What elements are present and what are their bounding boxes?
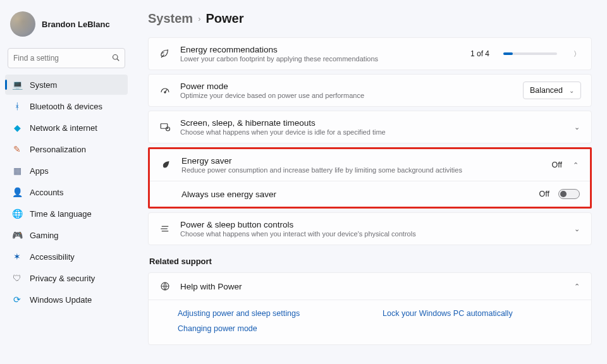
- breadcrumb-parent[interactable]: System: [148, 11, 193, 26]
- gauge-icon: [159, 84, 171, 97]
- search-input[interactable]: [13, 54, 112, 63]
- dropdown-value: Balanced: [530, 86, 563, 95]
- sidebar-item-system[interactable]: 💻System: [5, 75, 128, 95]
- user-block[interactable]: Brandon LeBlanc: [5, 8, 128, 46]
- globe-icon: [159, 280, 171, 293]
- breadcrumb: System › Power: [148, 11, 592, 26]
- link-adjust-power-sleep[interactable]: Adjusting power and sleep settings: [178, 309, 357, 318]
- help-links: Adjusting power and sleep settings Lock …: [149, 300, 591, 344]
- row-subtitle: Lower your carbon footprint by applying …: [180, 55, 462, 63]
- list-icon: [159, 222, 171, 235]
- link-lock-pc[interactable]: Lock your Windows PC automatically: [383, 309, 562, 318]
- row-title: Energy recommendations: [180, 45, 462, 54]
- row-power-mode[interactable]: Power mode Optimize your device based on…: [148, 74, 592, 107]
- chevron-down-icon: ⌄: [572, 123, 581, 131]
- sidebar-item-label: Accounts: [30, 188, 63, 197]
- chevron-right-icon: 〉: [572, 49, 581, 59]
- leaf-icon: [159, 47, 171, 60]
- row-title: Always use energy saver: [181, 190, 530, 199]
- chevron-up-icon: ⌃: [571, 161, 580, 169]
- sidebar-item-gaming[interactable]: 🎮Gaming: [5, 225, 128, 245]
- leaf-solid-icon: [160, 159, 173, 171]
- sidebar-item-accounts[interactable]: 👤Accounts: [5, 182, 128, 202]
- row-title: Power & sleep button controls: [180, 220, 563, 229]
- row-subtitle: Choose what happens when your device is …: [180, 128, 563, 136]
- chevron-up-icon: ⌃: [572, 282, 581, 291]
- sidebar-item-label: Personalization: [30, 145, 86, 154]
- row-title: Energy saver: [181, 156, 543, 166]
- sidebar-item-label: Apps: [30, 166, 49, 176]
- wifi-icon: ◆: [11, 122, 23, 133]
- breadcrumb-current: Power: [206, 11, 244, 26]
- chevron-down-icon: ⌄: [572, 225, 581, 233]
- row-button-controls[interactable]: Power & sleep button controls Choose wha…: [148, 212, 592, 245]
- bluetooth-icon: ᚼ: [11, 100, 23, 112]
- breadcrumb-sep: ›: [198, 14, 200, 23]
- progress-bar: [503, 52, 557, 55]
- row-always-energy-saver: Always use energy saver Off: [150, 181, 590, 207]
- sidebar-item-privacy-security[interactable]: 🛡Privacy & security: [5, 268, 128, 288]
- globe-icon: 🌐: [11, 208, 23, 219]
- row-timeouts[interactable]: Screen, sleep, & hibernate timeouts Choo…: [148, 111, 592, 143]
- help-card: Help with Power ⌃ Adjusting power and sl…: [148, 272, 592, 345]
- sidebar-item-label: Network & internet: [30, 123, 97, 133]
- related-support-header: Related support: [149, 257, 592, 266]
- toggle-switch[interactable]: [558, 189, 580, 199]
- sidebar-item-label: System: [30, 80, 57, 90]
- sidebar: Brandon LeBlanc 💻SystemᚼBluetooth & devi…: [0, 0, 133, 364]
- shield-icon: 🛡: [11, 272, 23, 284]
- username: Brandon LeBlanc: [42, 20, 110, 29]
- link-change-power-mode[interactable]: Changing power mode: [178, 324, 357, 333]
- toggle-status: Off: [539, 190, 549, 198]
- row-subtitle: Reduce power consumption and increase ba…: [181, 166, 543, 174]
- row-help-with-power[interactable]: Help with Power ⌃: [149, 273, 591, 300]
- avatar: [10, 11, 35, 37]
- status-value: Off: [552, 161, 562, 169]
- screen-icon: [159, 121, 171, 133]
- sidebar-item-label: Accessibility: [30, 252, 75, 262]
- sidebar-item-label: Gaming: [30, 231, 59, 240]
- system-icon: 💻: [11, 79, 23, 90]
- search-icon: [112, 54, 120, 63]
- power-mode-dropdown[interactable]: Balanced ⌄: [523, 82, 581, 99]
- progress-label: 1 of 4: [470, 49, 489, 58]
- sidebar-item-label: Time & language: [30, 209, 92, 219]
- search-box[interactable]: [8, 48, 125, 68]
- sidebar-item-windows-update[interactable]: ⟳Windows Update: [5, 289, 128, 310]
- svg-point-0: [113, 54, 118, 59]
- row-energy-recommendations[interactable]: Energy recommendations Lower your carbon…: [148, 37, 592, 70]
- nav-list: 💻SystemᚼBluetooth & devices◆Network & in…: [5, 75, 128, 310]
- gamepad-icon: 🎮: [11, 229, 23, 241]
- row-title: Help with Power: [180, 282, 563, 291]
- sidebar-item-label: Windows Update: [30, 295, 92, 305]
- update-icon: ⟳: [11, 294, 23, 305]
- person-icon: 👤: [11, 186, 23, 198]
- row-subtitle: Optimize your device based on power use …: [180, 92, 514, 99]
- sidebar-item-personalization[interactable]: ✎Personalization: [5, 139, 128, 159]
- accessibility-icon: ✶: [11, 251, 23, 262]
- row-title: Power mode: [180, 82, 514, 91]
- row-title: Screen, sleep, & hibernate timeouts: [180, 118, 563, 128]
- brush-icon: ✎: [11, 143, 23, 155]
- sidebar-item-time-language[interactable]: 🌐Time & language: [5, 203, 128, 224]
- sidebar-item-accessibility[interactable]: ✶Accessibility: [5, 246, 128, 267]
- sidebar-item-apps[interactable]: ▦Apps: [5, 161, 128, 181]
- row-energy-saver[interactable]: Energy saver Reduce power consumption an…: [150, 149, 590, 207]
- sidebar-item-network-internet[interactable]: ◆Network & internet: [5, 118, 128, 138]
- chevron-down-icon: ⌄: [569, 87, 574, 94]
- main-panel: System › Power Energy recommendations Lo…: [133, 0, 607, 364]
- sidebar-item-bluetooth-devices[interactable]: ᚼBluetooth & devices: [5, 96, 128, 116]
- sidebar-item-label: Bluetooth & devices: [30, 102, 102, 111]
- apps-icon: ▦: [11, 165, 23, 176]
- highlight-annotation: Energy saver Reduce power consumption an…: [148, 147, 592, 209]
- row-subtitle: Choose what happens when you interact wi…: [180, 230, 563, 238]
- sidebar-item-label: Privacy & security: [30, 274, 95, 283]
- svg-line-1: [117, 59, 119, 61]
